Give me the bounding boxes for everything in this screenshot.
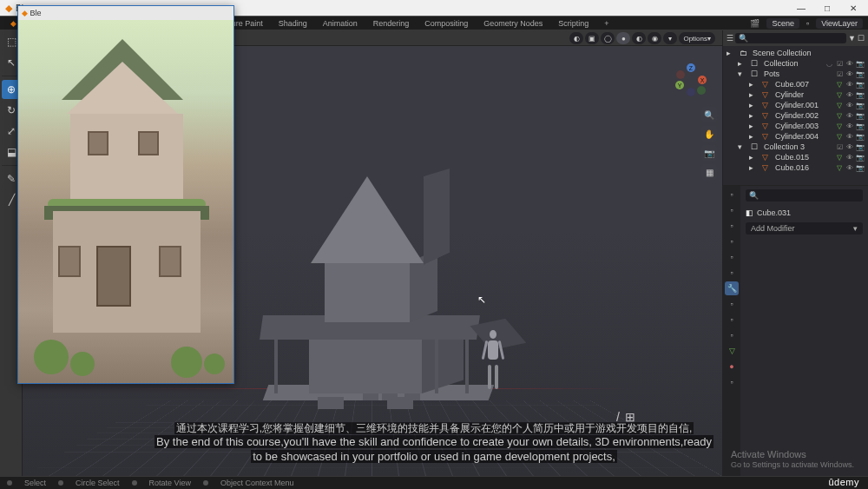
tree-collection3[interactable]: ▾☐ Collection 3 ☑👁📷 (723, 142, 868, 152)
mouse-middle-icon (132, 480, 137, 486)
tree-item[interactable]: ▸▽Cube.015▽👁📷 (723, 152, 868, 162)
tree-pots[interactable]: ▾☐ Pots ☑👁📷 (723, 69, 868, 79)
blender-icon: ◆ (5, 3, 12, 14)
outliner-tree[interactable]: ▸🗀 Scene Collection ▸☐ Collection ◡☑👁📷 ▾… (723, 46, 868, 185)
proptab-particles[interactable]: ▫ (725, 297, 739, 311)
reference-image-window[interactable]: ◆ Ble (17, 5, 234, 384)
proptab-output[interactable]: ▫ (725, 203, 739, 217)
add-modifier-dropdown[interactable]: Add Modifier▾ (746, 222, 863, 235)
udemy-logo: ûdemy (828, 477, 859, 487)
xray-toggle[interactable]: ▣ (585, 32, 599, 44)
outliner-editor-icon[interactable]: ☰ (727, 34, 733, 43)
tab-rendering[interactable]: Rendering (366, 18, 417, 29)
status-circle-select: Circle Select (76, 479, 120, 487)
maximize-button[interactable]: □ (814, 1, 840, 15)
cube-icon: ◧ (746, 208, 753, 217)
proptab-modifier[interactable]: 🔧 (725, 281, 739, 295)
zoom-button[interactable]: 🔍 (701, 107, 717, 122)
reference-window-title: ◆ Ble (18, 6, 233, 20)
tree-item[interactable]: ▸▽Cube.007▽👁📷 (723, 79, 868, 89)
status-context-menu: Object Context Menu (220, 479, 294, 487)
subtitle-en-2: to be showcased in your portfolio or use… (251, 450, 617, 463)
proptab-material[interactable]: ● (725, 360, 739, 373)
outliner-filter-icon[interactable]: ▼ (848, 34, 856, 43)
right-panel: ☰ 🔍 ▼ ☐ ▸🗀 Scene Collection ▸☐ Collectio… (722, 30, 868, 476)
perspective-button[interactable]: ▦ (701, 164, 717, 180)
close-button[interactable]: ✕ (840, 1, 866, 15)
outliner-new-collection-icon[interactable]: ☐ (858, 34, 865, 43)
reference-image (18, 20, 233, 383)
proptab-physics[interactable]: ▫ (725, 313, 739, 327)
shading-solid[interactable]: ● (616, 32, 630, 44)
subtitle-en-1: By the end of this course,you'll have th… (155, 435, 713, 448)
proptab-texture[interactable]: ▫ (725, 375, 739, 389)
mouse-circle-icon (58, 480, 63, 486)
tree-item[interactable]: ▸▽Cylinder.004▽👁📷 (723, 131, 868, 142)
gizmo-y[interactable]: Y (675, 81, 684, 89)
shading-dropdown[interactable]: ▾ (663, 32, 677, 44)
tree-scene-collection[interactable]: ▸🗀 Scene Collection (723, 48, 868, 58)
subtitle-overlay: 通过本次课程学习,您将掌握创建细节、三维环境的技能并具备展示在您的个人简历中或用… (0, 419, 868, 468)
shading-wireframe[interactable]: ◯ (601, 32, 615, 44)
gizmo-x[interactable]: X (698, 76, 707, 84)
proptab-render[interactable]: ▫ (725, 188, 739, 202)
tree-item[interactable]: ▸▽Cube.016▽👁📷 (723, 162, 868, 173)
gizmo-z[interactable]: Z (687, 63, 695, 72)
tab-scripting[interactable]: Scripting (551, 18, 595, 29)
proptab-data[interactable]: ▽ (725, 344, 739, 358)
tree-item[interactable]: ▸▽Cylinder.003▽👁📷 (723, 121, 868, 131)
status-bar: Select Circle Select Rotate View Object … (0, 476, 868, 489)
proptab-scene[interactable]: ▫ (725, 235, 739, 248)
scene-icon[interactable]: 🎬 (745, 18, 765, 29)
shading-rendered[interactable]: ◉ (648, 32, 661, 44)
nav-gizmo[interactable]: X Y Z (674, 63, 708, 98)
subtitle-cn: 通过本次课程学习,您将掌握创建细节、三维环境的技能并具备展示在您的个人简历中或用… (174, 422, 694, 434)
tree-item[interactable]: ▸▽Cylinder▽👁📷 (723, 89, 868, 100)
tab-compositing[interactable]: Compositing (418, 18, 475, 29)
tab-animation[interactable]: Animation (316, 18, 365, 29)
tab-geometry-nodes[interactable]: Geometry Nodes (477, 18, 549, 29)
outliner-header: ☰ 🔍 ▼ ☐ (723, 30, 868, 46)
minimize-button[interactable]: — (788, 1, 814, 15)
outliner-search[interactable]: 🔍 (735, 33, 846, 43)
tab-add[interactable]: + (597, 18, 615, 29)
pan-button[interactable]: ✋ (701, 126, 717, 142)
shading-matpreview[interactable]: ◐ (632, 32, 646, 44)
mouse-right-icon (203, 480, 208, 486)
tab-shading[interactable]: Shading (272, 18, 314, 29)
status-rotate-view: Rotate View (149, 479, 191, 487)
proptab-viewlayer[interactable]: ▫ (725, 219, 739, 233)
properties-breadcrumb: ◧ Cube.031 (746, 207, 863, 219)
viewlayer-dropdown[interactable]: ViewLayer (816, 18, 863, 29)
proptab-constraints[interactable]: ▫ (725, 328, 739, 342)
options-dropdown[interactable]: Options ▾ (679, 32, 715, 44)
tree-item[interactable]: ▸▽Cylinder.002▽👁📷 (723, 110, 868, 121)
tree-item[interactable]: ▸▽Cylinder.001▽👁📷 (723, 100, 868, 110)
properties-object-name: Cube.031 (757, 208, 791, 217)
viewlayer-icon[interactable]: ▫ (801, 18, 814, 29)
scene-dropdown[interactable]: Scene (766, 18, 799, 29)
tree-collection[interactable]: ▸☐ Collection ◡☑👁📷 (723, 58, 868, 69)
camera-view-button[interactable]: 📷 (701, 145, 717, 161)
mouse-left-icon (7, 480, 12, 486)
overlay-toggle[interactable]: ◐ (569, 32, 583, 44)
status-select: Select (24, 479, 46, 487)
properties-search[interactable]: 🔍 (746, 189, 863, 202)
proptab-world[interactable]: ▫ (725, 250, 739, 264)
3d-model-mannequin (483, 330, 503, 389)
proptab-object[interactable]: ▫ (725, 266, 739, 280)
